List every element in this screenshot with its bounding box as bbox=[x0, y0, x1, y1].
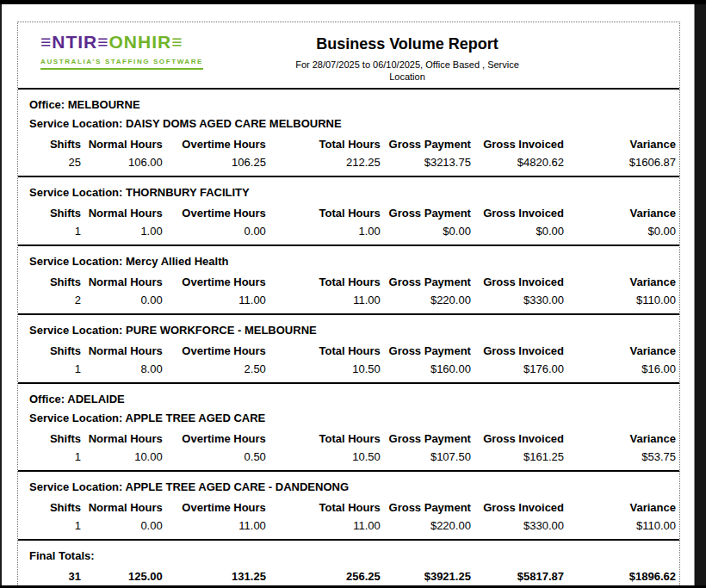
report-section: Service Location: PURE WORKFORCE - MELBO… bbox=[18, 315, 679, 384]
col-normal-hours: Normal Hours bbox=[81, 273, 163, 291]
report-title-block: Business Volume Report For 28/07/2025 to… bbox=[213, 33, 679, 83]
col-gross-payment: Gross Payment bbox=[381, 498, 471, 517]
cell-shifts: 1 bbox=[29, 360, 81, 378]
cell-gross-invoiced: $330.00 bbox=[471, 517, 564, 535]
col-total-hours: Total Hours bbox=[266, 273, 381, 291]
cell-variance: $110.00 bbox=[564, 291, 676, 309]
cell-overtime-hours: 0.00 bbox=[163, 222, 266, 240]
report-page: ≡NTIR≡ONHIR≡ AUSTRALIA'S STAFFING SOFTWA… bbox=[2, 4, 693, 585]
col-gross-payment: Gross Payment bbox=[381, 273, 471, 291]
col-shifts: Shifts bbox=[29, 498, 81, 517]
col-total-hours: Total Hours bbox=[266, 498, 381, 517]
report-window: ≡NTIR≡ONHIR≡ AUSTRALIA'S STAFFING SOFTWA… bbox=[0, 0, 706, 588]
cell-total-hours: 11.00 bbox=[266, 517, 381, 535]
service-location-heading: Service Location: PURE WORKFORCE - MELBO… bbox=[29, 321, 676, 340]
col-total-hours: Total Hours bbox=[266, 430, 381, 448]
report-section: Service Location: Mercy Allied Health Sh… bbox=[18, 246, 679, 315]
col-normal-hours: Normal Hours bbox=[81, 498, 163, 517]
volume-table: Shifts Normal Hours Overtime Hours Total… bbox=[29, 273, 676, 309]
col-variance: Variance bbox=[564, 135, 676, 153]
table-header-row: Shifts Normal Hours Overtime Hours Total… bbox=[29, 498, 676, 517]
cell-normal-hours: 8.00 bbox=[81, 360, 163, 378]
col-gross-payment: Gross Payment bbox=[381, 430, 471, 448]
cell-normal-hours: 10.00 bbox=[81, 448, 163, 466]
col-normal-hours: Normal Hours bbox=[81, 204, 163, 222]
col-variance: Variance bbox=[564, 204, 676, 222]
cell-variance: $53.75 bbox=[564, 448, 676, 466]
cell-gross-payment: $3213.75 bbox=[381, 153, 471, 171]
cell-gross-invoiced: $0.00 bbox=[471, 222, 564, 240]
cell-overtime-hours: 2.50 bbox=[163, 360, 266, 378]
col-variance: Variance bbox=[564, 342, 676, 360]
table-row: 2 0.00 11.00 11.00 $220.00 $330.00 $110.… bbox=[29, 291, 676, 309]
service-location-heading: Service Location: APPLE TREE AGED CARE bbox=[29, 409, 676, 428]
table-row: 1 1.00 0.00 1.00 $0.00 $0.00 $0.00 bbox=[29, 222, 676, 240]
report-subtitle-line2: Location bbox=[213, 71, 602, 83]
volume-table: Shifts Normal Hours Overtime Hours Total… bbox=[29, 204, 676, 240]
cell-gross-invoiced: $176.00 bbox=[471, 360, 564, 378]
col-gross-payment: Gross Payment bbox=[381, 135, 471, 153]
col-shifts: Shifts bbox=[29, 135, 81, 153]
col-overtime-hours: Overtime Hours bbox=[163, 342, 266, 360]
total-variance: $1896.62 bbox=[564, 567, 676, 585]
cell-variance: $110.00 bbox=[564, 517, 676, 535]
cell-total-hours: 1.00 bbox=[266, 222, 381, 240]
col-overtime-hours: Overtime Hours bbox=[163, 430, 266, 448]
office-heading: Office: ADELAIDE bbox=[29, 390, 676, 409]
window-left-edge bbox=[0, 0, 2, 588]
window-top-edge bbox=[0, 0, 706, 4]
cell-shifts: 1 bbox=[29, 517, 81, 535]
logo-tagline: AUSTRALIA'S STAFFING SOFTWARE bbox=[40, 56, 203, 70]
cell-gross-invoiced: $4820.62 bbox=[471, 153, 564, 171]
cell-gross-payment: $220.00 bbox=[381, 517, 471, 535]
volume-table: Shifts Normal Hours Overtime Hours Total… bbox=[29, 430, 676, 466]
logo-wordmark-entire: ≡NTIR≡ bbox=[40, 32, 109, 52]
col-normal-hours: Normal Hours bbox=[81, 430, 163, 448]
report-subtitle: For 28/07/2025 to 06/10/2025, Office Bas… bbox=[213, 59, 602, 83]
col-gross-invoiced: Gross Invoiced bbox=[471, 342, 564, 360]
col-overtime-hours: Overtime Hours bbox=[163, 204, 266, 222]
col-normal-hours: Normal Hours bbox=[81, 135, 163, 153]
cell-total-hours: 10.50 bbox=[266, 360, 381, 378]
cell-overtime-hours: 11.00 bbox=[163, 517, 266, 535]
cell-shifts: 1 bbox=[29, 448, 81, 466]
col-gross-invoiced: Gross Invoiced bbox=[471, 430, 564, 448]
table-row: 31 125.00 131.25 256.25 $3921.25 $5817.8… bbox=[29, 567, 676, 585]
report-section: Service Location: APPLE TREE AGED CARE -… bbox=[18, 472, 679, 541]
col-overtime-hours: Overtime Hours bbox=[163, 273, 266, 291]
col-variance: Variance bbox=[564, 498, 676, 517]
office-heading: Office: MELBOURNE bbox=[29, 96, 676, 115]
cell-variance: $16.00 bbox=[564, 360, 676, 378]
cell-variance: $1606.87 bbox=[564, 153, 676, 171]
report-header: ≡NTIR≡ONHIR≡ AUSTRALIA'S STAFFING SOFTWA… bbox=[18, 22, 679, 90]
total-gross-payment: $3921.25 bbox=[381, 567, 471, 585]
total-total-hours: 256.25 bbox=[266, 567, 381, 585]
cell-total-hours: 11.00 bbox=[266, 291, 381, 309]
col-gross-invoiced: Gross Invoiced bbox=[471, 273, 564, 291]
table-header-row: Shifts Normal Hours Overtime Hours Total… bbox=[29, 273, 676, 291]
final-totals-label: Final Totals: bbox=[29, 547, 676, 566]
col-total-hours: Total Hours bbox=[266, 342, 381, 360]
table-header-row: Shifts Normal Hours Overtime Hours Total… bbox=[29, 342, 676, 360]
col-shifts: Shifts bbox=[29, 273, 81, 291]
cell-normal-hours: 0.00 bbox=[81, 291, 163, 309]
report-container: ≡NTIR≡ONHIR≡ AUSTRALIA'S STAFFING SOFTWA… bbox=[17, 22, 680, 585]
entireonhire-logo: ≡NTIR≡ONHIR≡ AUSTRALIA'S STAFFING SOFTWA… bbox=[40, 33, 213, 70]
total-overtime-hours: 131.25 bbox=[163, 567, 266, 585]
table-row: 25 106.00 106.25 212.25 $3213.75 $4820.6… bbox=[29, 153, 676, 171]
col-gross-invoiced: Gross Invoiced bbox=[471, 498, 564, 517]
window-right-edge bbox=[694, 0, 706, 588]
logo-wordmark-onhire: ONHIR≡ bbox=[109, 32, 183, 52]
col-shifts: Shifts bbox=[29, 342, 81, 360]
report-subtitle-line1: For 28/07/2025 to 06/10/2025, Office Bas… bbox=[213, 59, 602, 71]
service-location-heading: Service Location: Mercy Allied Health bbox=[29, 252, 676, 271]
col-normal-hours: Normal Hours bbox=[81, 342, 163, 360]
col-gross-invoiced: Gross Invoiced bbox=[471, 204, 564, 222]
table-header-row: Shifts Normal Hours Overtime Hours Total… bbox=[29, 135, 676, 153]
table-header-row: Shifts Normal Hours Overtime Hours Total… bbox=[29, 430, 676, 448]
col-overtime-hours: Overtime Hours bbox=[163, 135, 266, 153]
col-shifts: Shifts bbox=[29, 430, 81, 448]
cell-gross-payment: $0.00 bbox=[381, 222, 471, 240]
table-row: 1 8.00 2.50 10.50 $160.00 $176.00 $16.00 bbox=[29, 360, 676, 378]
volume-table: Shifts Normal Hours Overtime Hours Total… bbox=[29, 135, 676, 171]
